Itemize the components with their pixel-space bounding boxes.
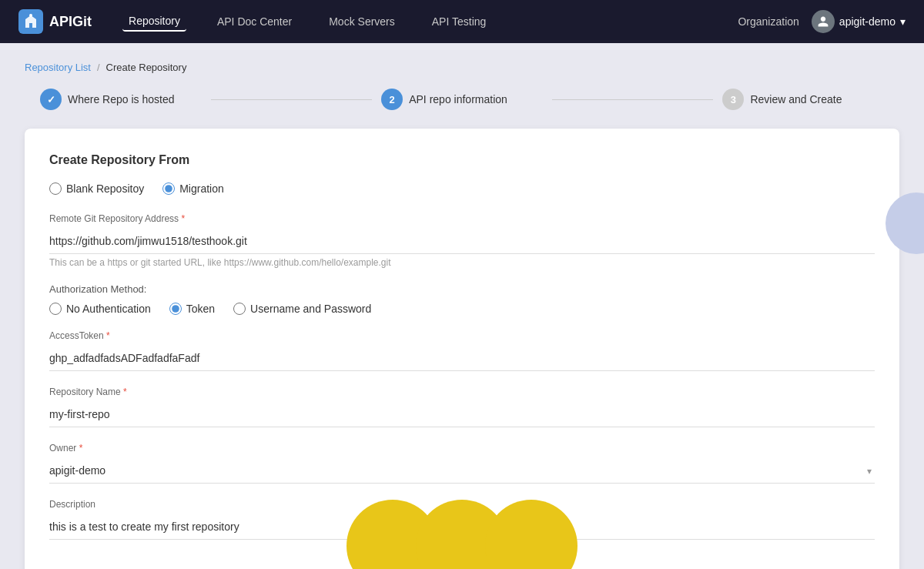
auth-method-group: Authorization Method: No Authentication … xyxy=(49,283,875,315)
step-line-1 xyxy=(211,99,373,100)
svg-point-0 xyxy=(29,14,32,17)
repo-name-input[interactable] xyxy=(49,402,875,427)
breadcrumb-link[interactable]: Repository List xyxy=(25,62,91,73)
remote-git-input[interactable] xyxy=(49,229,875,254)
remote-git-group: Remote Git Repository Address * This can… xyxy=(49,213,875,268)
auth-method-label: Authorization Method: xyxy=(49,283,875,295)
owner-label: Owner * xyxy=(49,443,875,454)
radio-blank-label: Blank Repositoy xyxy=(66,182,144,195)
repo-name-group: Repository Name * xyxy=(49,387,875,427)
step-1-circle xyxy=(40,89,62,110)
access-token-label: AccessToken * xyxy=(49,330,875,341)
brand-icon xyxy=(18,9,43,34)
radio-no-auth-input[interactable] xyxy=(49,303,62,315)
radio-blank-repo[interactable]: Blank Repositoy xyxy=(49,182,144,195)
radio-migration[interactable]: Migration xyxy=(162,182,224,195)
user-name: apigit-demo xyxy=(839,15,896,28)
radio-migration-label: Migration xyxy=(179,182,224,195)
step-3-circle: 3 xyxy=(722,89,744,110)
brand-name: APIGit xyxy=(49,14,92,30)
avatar xyxy=(812,10,835,33)
main-content: Repository List / Create Repository Wher… xyxy=(0,43,924,569)
step-2: 2 API repo information xyxy=(381,89,543,110)
step-1-label: Where Repo is hosted xyxy=(68,93,175,105)
navbar: APIGit Repository API Doc Center Mock Se… xyxy=(0,0,924,43)
organization-label[interactable]: Organization xyxy=(738,15,798,28)
radio-userpass-input[interactable] xyxy=(233,303,246,315)
brand-logo[interactable]: APIGit xyxy=(18,9,92,34)
owner-group: Owner * apigit-demo ▾ xyxy=(49,443,875,484)
step-3: 3 Review and Create xyxy=(722,89,884,110)
nav-mock-servers[interactable]: Mock Servers xyxy=(323,12,401,31)
repo-name-label: Repository Name * xyxy=(49,387,875,397)
nav-repository[interactable]: Repository xyxy=(122,12,186,32)
bg-decoration-bottom xyxy=(358,500,566,569)
breadcrumb: Repository List / Create Repository xyxy=(25,62,899,73)
required-marker: * xyxy=(179,213,185,224)
auth-radio-group: No Authentication Token Username and Pas… xyxy=(49,303,875,315)
step-1: Where Repo is hosted xyxy=(40,89,202,110)
step-2-label: API repo information xyxy=(409,93,507,105)
radio-token-label: Token xyxy=(186,303,215,315)
remote-git-label: Remote Git Repository Address * xyxy=(49,213,875,224)
radio-no-auth[interactable]: No Authentication xyxy=(49,303,151,315)
navbar-right: Organization apigit-demo ▾ xyxy=(738,10,906,33)
breadcrumb-separator: / xyxy=(97,62,100,73)
nav-api-testing[interactable]: API Testing xyxy=(426,12,493,31)
step-line-2 xyxy=(552,99,714,100)
radio-migration-input[interactable] xyxy=(162,182,175,195)
chevron-down-icon: ▾ xyxy=(900,15,906,28)
radio-token[interactable]: Token xyxy=(169,303,215,315)
radio-no-auth-label: No Authentication xyxy=(66,303,151,315)
source-radio-group: Blank Repositoy Migration xyxy=(49,182,875,195)
card-title: Create Repository From xyxy=(49,153,875,167)
remote-git-hint: This can be a https or git started URL, … xyxy=(49,257,875,268)
step-3-label: Review and Create xyxy=(750,93,842,105)
radio-blank-input[interactable] xyxy=(49,182,62,195)
breadcrumb-current: Create Repository xyxy=(106,62,187,73)
step-2-circle: 2 xyxy=(381,89,403,110)
stepper: Where Repo is hosted 2 API repo informat… xyxy=(25,89,899,110)
access-token-input[interactable] xyxy=(49,346,875,371)
radio-userpass-label: Username and Password xyxy=(250,303,371,315)
nav-api-doc-center[interactable]: API Doc Center xyxy=(211,12,298,31)
radio-token-input[interactable] xyxy=(169,303,182,315)
access-token-group: AccessToken * xyxy=(49,330,875,371)
user-menu[interactable]: apigit-demo ▾ xyxy=(812,10,906,33)
checkmark-icon xyxy=(47,94,55,105)
owner-select-wrapper: apigit-demo ▾ xyxy=(49,458,875,484)
owner-select[interactable]: apigit-demo xyxy=(49,458,875,484)
bg-circle-3 xyxy=(485,500,578,569)
radio-userpass[interactable]: Username and Password xyxy=(233,303,371,315)
